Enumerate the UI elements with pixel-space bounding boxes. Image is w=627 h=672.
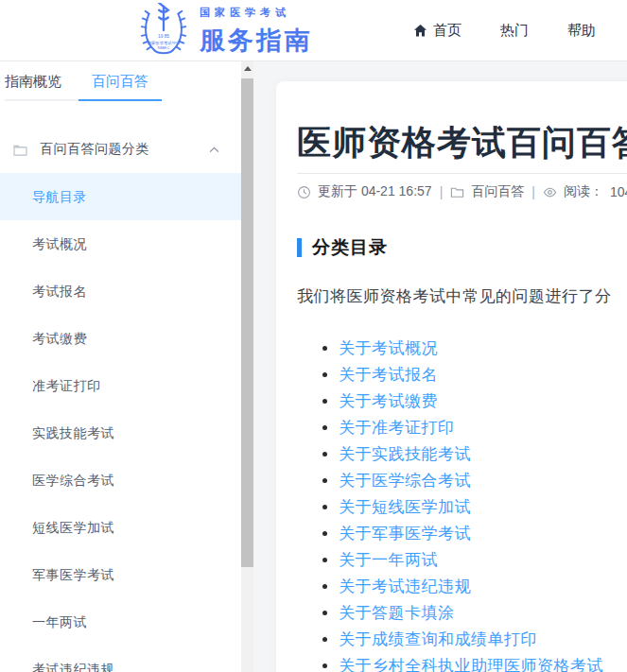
nav-item-help[interactable]: 帮助	[567, 22, 596, 40]
menu-section-title: 百问百答问题分类	[40, 141, 209, 158]
sidebar-item-exam-signup[interactable]: 考试报名	[0, 267, 241, 315]
link-answer-sheet[interactable]: 关于答题卡填涂	[339, 604, 455, 622]
link-practical-skills[interactable]: 关于实践技能考试	[339, 445, 471, 463]
sidebar-item-military-medicine[interactable]: 军事医学考试	[0, 551, 241, 598]
svg-text:19 85: 19 85	[158, 34, 169, 39]
meta-separator: |	[439, 184, 444, 199]
link-exam-signup[interactable]: 关于考试报名	[339, 366, 438, 384]
sidebar-item-two-tests[interactable]: 一年两试	[0, 598, 241, 646]
top-header: 19 85 国家医学考试中心 NMEC 国家医学考试 服务指南 首页 热门 帮助	[0, 0, 627, 61]
category-folder-icon	[450, 185, 464, 199]
sidebar-item-violations[interactable]: 考试违纪违规	[0, 646, 241, 672]
section-header: 分类目录	[297, 235, 627, 260]
link-violations[interactable]: 关于考试违纪违规	[339, 577, 471, 595]
meta-separator: |	[531, 184, 536, 199]
meta-updated: 更新于 04-21 16:57	[318, 183, 432, 200]
left-sidebar: 指南概览 百问百答 百问百答问题分类 导航目录 考试概况 考试报名 考试缴费 准…	[0, 61, 241, 672]
svg-text:NMEC: NMEC	[158, 45, 170, 50]
list-item: 关于军事医学考试	[322, 521, 627, 547]
sidebar-scrollbar	[241, 61, 253, 672]
section-title: 分类目录	[312, 235, 388, 260]
nav-hot-label: 热门	[500, 22, 529, 40]
nav-home-label: 首页	[433, 22, 462, 40]
list-item: 关于考试缴费	[322, 388, 627, 415]
page-title: 医师资格考试百问百答	[297, 121, 627, 164]
up-triangle-icon	[244, 66, 252, 71]
nav-item-hot[interactable]: 热门	[500, 22, 529, 40]
main-area: 医师资格考试百问百答 更新于 04-21 16:57 | 百问百答 | 阅读： …	[253, 61, 627, 672]
sidebar-item-practical-skills[interactable]: 实践技能考试	[0, 409, 241, 457]
chevron-up-icon	[209, 146, 219, 153]
list-item: 关于考试违纪违规	[322, 574, 627, 600]
tab-qa[interactable]: 百问百答	[78, 61, 162, 101]
link-exam-overview[interactable]: 关于考试概况	[339, 339, 438, 357]
meta-views-label: 阅读：	[564, 183, 603, 200]
link-score-query[interactable]: 关于成绩查询和成绩单打印	[339, 630, 537, 648]
meta-category: 百问百答	[471, 183, 524, 200]
sidebar-item-shortline-extra[interactable]: 短线医学加试	[0, 504, 241, 551]
list-item: 关于乡村全科执业助理医师资格考试	[322, 653, 627, 672]
logo-title: 服务指南	[200, 24, 313, 58]
logo-subtitle: 国家医学考试	[200, 6, 313, 20]
folder-icon	[13, 144, 27, 156]
site-logo[interactable]: 19 85 国家医学考试中心 NMEC 国家医学考试 服务指南	[136, 3, 313, 60]
logo-text: 国家医学考试 服务指南	[200, 6, 313, 58]
link-admission-print[interactable]: 关于准考证打印	[339, 419, 455, 437]
list-item: 关于医学综合考试	[322, 468, 627, 494]
list-item: 关于实践技能考试	[322, 441, 627, 468]
nmec-emblem-icon: 19 85 国家医学考试中心 NMEC	[136, 3, 191, 60]
meta-views-count: 104301	[610, 184, 627, 199]
link-rural-assistant[interactable]: 关于乡村全科执业助理医师资格考试	[339, 657, 603, 672]
tab-guide-overview[interactable]: 指南概览	[5, 61, 61, 99]
sidebar-item-exam-overview[interactable]: 考试概况	[0, 220, 241, 267]
nav-item-home[interactable]: 首页	[413, 22, 462, 40]
home-icon	[413, 24, 427, 38]
sidebar-item-admission-print[interactable]: 准考证打印	[0, 362, 241, 409]
nav-help-label: 帮助	[567, 22, 596, 40]
list-item: 关于考试概况	[322, 336, 627, 362]
title-divider	[297, 173, 627, 174]
link-military-medicine[interactable]: 关于军事医学考试	[339, 525, 471, 543]
sidebar-item-comprehensive-exam[interactable]: 医学综合考试	[0, 457, 241, 504]
list-item: 关于准考证打印	[322, 415, 627, 441]
sidebar-menu: 百问百答问题分类 导航目录 考试概况 考试报名 考试缴费 准考证打印 实践技能考…	[0, 126, 241, 672]
eye-icon	[543, 185, 557, 199]
clock-icon	[297, 185, 311, 199]
article-card: 医师资格考试百问百答 更新于 04-21 16:57 | 百问百答 | 阅读： …	[276, 81, 627, 672]
sidebar-item-nav-catalog[interactable]: 导航目录	[0, 173, 241, 220]
scrollbar-thumb[interactable]	[241, 78, 253, 567]
link-comprehensive-exam[interactable]: 关于医学综合考试	[339, 472, 471, 490]
section-accent-bar	[297, 238, 302, 257]
list-item: 关于成绩查询和成绩单打印	[322, 627, 627, 653]
list-item: 关于答题卡填涂	[322, 600, 627, 627]
link-two-tests[interactable]: 关于一年两试	[339, 551, 438, 569]
category-link-list: 关于考试概况 关于考试报名 关于考试缴费 关于准考证打印 关于实践技能考试 关于…	[297, 336, 627, 672]
list-item: 关于一年两试	[322, 547, 627, 574]
article-meta: 更新于 04-21 16:57 | 百问百答 | 阅读： 104301	[297, 183, 627, 200]
list-item: 关于短线医学加试	[322, 494, 627, 521]
list-item: 关于考试报名	[322, 362, 627, 388]
scrollbar-up-arrow[interactable]	[241, 61, 253, 76]
sidebar-tabs: 指南概览 百问百答	[5, 61, 162, 101]
sidebar-item-exam-payment[interactable]: 考试缴费	[0, 315, 241, 362]
intro-paragraph: 我们将医师资格考试中常见的问题进行了分	[297, 285, 627, 307]
link-shortline-extra[interactable]: 关于短线医学加试	[339, 498, 471, 516]
link-exam-payment[interactable]: 关于考试缴费	[339, 392, 438, 410]
top-nav: 首页 热门 帮助	[413, 0, 627, 60]
menu-section-header[interactable]: 百问百答问题分类	[0, 126, 241, 173]
